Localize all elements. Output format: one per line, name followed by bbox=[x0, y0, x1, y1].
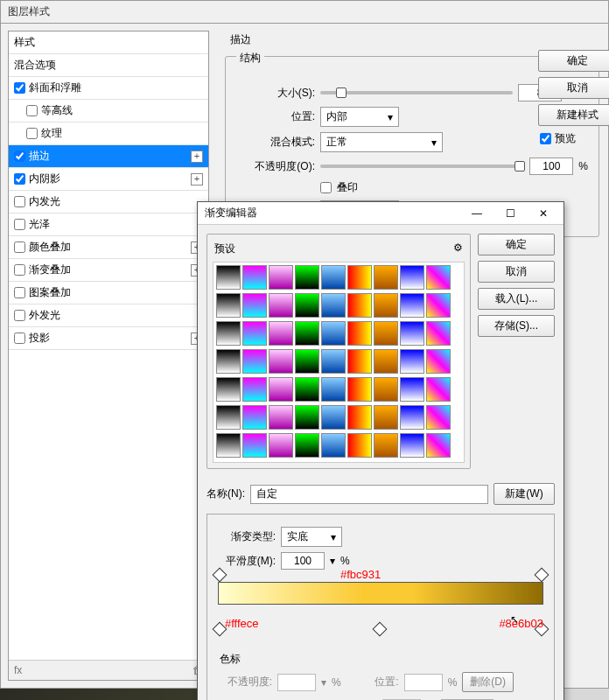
style-checkbox[interactable] bbox=[14, 219, 25, 230]
close-icon[interactable]: ✕ bbox=[530, 207, 556, 220]
preset-swatch[interactable] bbox=[295, 321, 319, 346]
style-row-11[interactable]: 投影+ bbox=[9, 327, 208, 350]
delete-stop-button[interactable]: 删除(D) bbox=[462, 672, 514, 692]
opacity-stop-right[interactable] bbox=[536, 570, 547, 582]
style-checkbox[interactable] bbox=[14, 196, 25, 207]
style-checkbox[interactable] bbox=[14, 150, 25, 162]
preset-swatch[interactable] bbox=[216, 433, 241, 458]
load-button[interactable]: 载入(L)... bbox=[478, 288, 555, 310]
preset-swatch[interactable] bbox=[426, 321, 451, 346]
style-row-1[interactable]: 等高线 bbox=[9, 100, 208, 122]
preset-swatch[interactable] bbox=[426, 265, 451, 290]
add-icon[interactable]: + bbox=[191, 150, 203, 163]
stop-position-input[interactable] bbox=[404, 674, 443, 691]
style-row-7[interactable]: 颜色叠加+ bbox=[9, 236, 208, 259]
preset-swatch[interactable] bbox=[242, 377, 267, 402]
preset-swatch[interactable] bbox=[216, 265, 241, 290]
opacity-stop-left[interactable] bbox=[214, 570, 225, 582]
preset-swatch[interactable] bbox=[242, 433, 267, 458]
fx-icon[interactable]: fx bbox=[14, 664, 22, 676]
preset-swatch[interactable] bbox=[347, 405, 372, 430]
style-checkbox[interactable] bbox=[14, 173, 25, 185]
preset-swatch[interactable] bbox=[216, 349, 241, 374]
preset-swatch[interactable] bbox=[242, 321, 267, 346]
dropdown-icon[interactable]: ▾ bbox=[330, 555, 335, 567]
new-style-button[interactable]: 新建样式 bbox=[538, 104, 609, 126]
preset-swatch[interactable] bbox=[269, 349, 293, 374]
preset-swatch[interactable] bbox=[321, 349, 346, 374]
style-checkbox[interactable] bbox=[14, 287, 25, 298]
preset-swatch[interactable] bbox=[426, 405, 451, 430]
ok-button[interactable]: 确定 bbox=[538, 50, 609, 72]
blend-options-row[interactable]: 混合选项 bbox=[9, 54, 208, 77]
new-gradient-button[interactable]: 新建(W) bbox=[494, 483, 555, 505]
grad-type-dropdown[interactable]: 实底▾ bbox=[281, 527, 342, 547]
preset-swatch[interactable] bbox=[400, 377, 424, 402]
preset-swatch[interactable] bbox=[374, 433, 398, 458]
gradient-editor-titlebar[interactable]: 渐变编辑器 — ☐ ✕ bbox=[198, 202, 564, 225]
preset-swatch[interactable] bbox=[321, 293, 346, 318]
preset-swatch[interactable] bbox=[400, 321, 424, 346]
preset-swatch[interactable] bbox=[295, 349, 319, 374]
style-row-4[interactable]: 内阴影+ bbox=[9, 168, 208, 191]
preset-swatch[interactable] bbox=[400, 349, 424, 374]
preset-swatch[interactable] bbox=[374, 405, 398, 430]
style-row-8[interactable]: 渐变叠加+ bbox=[9, 259, 208, 282]
preset-swatch[interactable] bbox=[347, 349, 372, 374]
preset-swatch[interactable] bbox=[321, 265, 346, 290]
preset-swatch[interactable] bbox=[242, 405, 267, 430]
color-stop-left[interactable] bbox=[214, 624, 225, 636]
preset-swatch[interactable] bbox=[216, 321, 241, 346]
preset-swatch[interactable] bbox=[216, 377, 241, 402]
preset-swatch[interactable] bbox=[269, 265, 293, 290]
preset-swatch[interactable] bbox=[374, 377, 398, 402]
style-row-0[interactable]: 斜面和浮雕 bbox=[9, 77, 208, 100]
gradient-cancel-button[interactable]: 取消 bbox=[478, 261, 555, 283]
style-checkbox[interactable] bbox=[14, 242, 25, 253]
style-checkbox[interactable] bbox=[14, 310, 25, 321]
preset-swatch[interactable] bbox=[400, 405, 424, 430]
style-checkbox[interactable] bbox=[14, 264, 25, 276]
preset-swatch[interactable] bbox=[295, 433, 319, 458]
maximize-icon[interactable]: ☐ bbox=[497, 207, 523, 220]
stop-opacity-input[interactable] bbox=[277, 674, 316, 691]
style-checkbox[interactable] bbox=[14, 332, 25, 344]
style-row-10[interactable]: 外发光 bbox=[9, 304, 208, 327]
gradient-bar[interactable]: #fbc931 #fffece #8e6b03 ↖ bbox=[218, 582, 543, 634]
name-input[interactable] bbox=[250, 485, 488, 504]
color-stop-mid[interactable] bbox=[374, 624, 385, 636]
preset-swatch[interactable] bbox=[426, 349, 451, 374]
style-row-6[interactable]: 光泽 bbox=[9, 214, 208, 236]
dropdown-icon[interactable]: ▾ bbox=[321, 676, 326, 689]
preset-swatch[interactable] bbox=[347, 321, 372, 346]
preset-swatch[interactable] bbox=[216, 405, 241, 430]
preset-swatch[interactable] bbox=[321, 321, 346, 346]
preset-swatch[interactable] bbox=[374, 349, 398, 374]
preset-swatch[interactable] bbox=[426, 377, 451, 402]
preset-grid[interactable] bbox=[213, 262, 465, 463]
preset-swatch[interactable] bbox=[295, 377, 319, 402]
overprint-checkbox[interactable] bbox=[320, 182, 332, 193]
preset-swatch[interactable] bbox=[400, 293, 424, 318]
preset-swatch[interactable] bbox=[295, 405, 319, 430]
gear-icon[interactable]: ⚙ bbox=[453, 242, 463, 256]
style-checkbox[interactable] bbox=[14, 82, 25, 94]
minimize-icon[interactable]: — bbox=[464, 207, 490, 220]
preset-swatch[interactable] bbox=[295, 293, 319, 318]
blend-dropdown[interactable]: 正常▾ bbox=[320, 132, 443, 152]
preset-swatch[interactable] bbox=[321, 433, 346, 458]
save-button[interactable]: 存储(S)... bbox=[478, 315, 555, 337]
preset-swatch[interactable] bbox=[269, 293, 293, 318]
opacity-input[interactable] bbox=[529, 158, 573, 175]
preset-swatch[interactable] bbox=[269, 433, 293, 458]
preset-swatch[interactable] bbox=[400, 433, 424, 458]
style-row-2[interactable]: 纹理 bbox=[9, 122, 208, 145]
preset-swatch[interactable] bbox=[426, 433, 451, 458]
preset-swatch[interactable] bbox=[347, 377, 372, 402]
position-dropdown[interactable]: 内部▾ bbox=[320, 107, 399, 127]
preset-swatch[interactable] bbox=[374, 321, 398, 346]
style-checkbox[interactable] bbox=[26, 105, 38, 116]
style-checkbox[interactable] bbox=[26, 128, 38, 139]
preview-checkbox[interactable] bbox=[540, 133, 551, 144]
size-slider[interactable] bbox=[320, 91, 513, 94]
